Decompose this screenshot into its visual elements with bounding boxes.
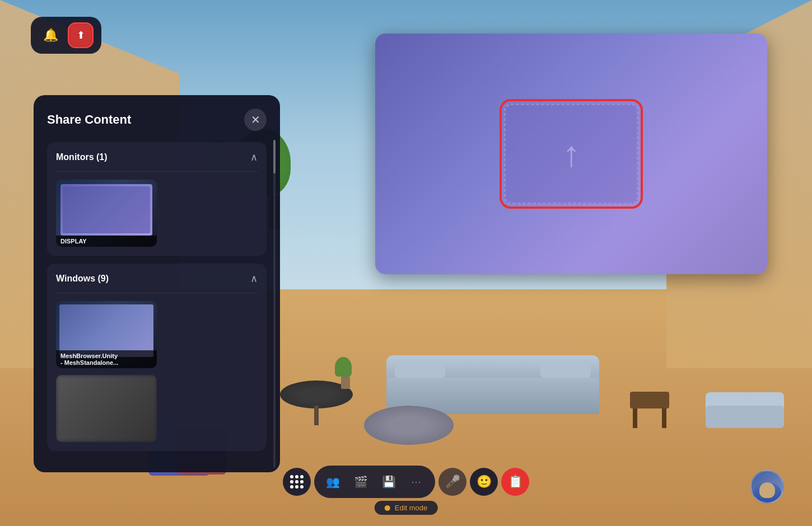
bottom-toolbar: 👥 🎬 💾 ··· 🎤 🙂 📋 — [283, 466, 529, 498]
monitors-divider — [56, 171, 258, 172]
edit-mode-label: Edit mode — [395, 504, 428, 512]
share-panel-header: Share Content ✕ — [47, 109, 267, 131]
monitor-screen-preview — [60, 184, 152, 236]
windows-section-header[interactable]: Windows (9) ∧ — [56, 273, 258, 285]
upload-zone[interactable]: ↑ — [504, 104, 638, 204]
windows-section: Windows (9) ∧ MeshBrowser.Unity- MeshSta… — [47, 264, 267, 451]
couch-small — [706, 394, 784, 428]
share-button-active[interactable]: ⬆ — [68, 22, 94, 48]
more-icon: ··· — [412, 477, 422, 486]
windows-thumbnails: MeshBrowser.Unity- MeshStandalone... — [56, 301, 258, 442]
emoji-button[interactable]: 🙂 — [470, 468, 498, 496]
window-thumbnail-image-2 — [56, 375, 157, 442]
windows-divider — [56, 293, 258, 293]
monitors-chevron-icon: ∧ — [250, 151, 258, 163]
panel-scrollbar-thumb — [273, 140, 276, 173]
close-icon: ✕ — [251, 113, 260, 126]
notification-icon: 🔔 — [43, 28, 58, 43]
monitors-section-title: Monitors (1) — [56, 152, 108, 162]
window-screen-preview-1 — [59, 304, 153, 357]
save-button[interactable]: 💾 — [376, 469, 402, 495]
share-icon: ⬆ — [77, 29, 85, 41]
virtual-screen: ↑ — [375, 34, 767, 274]
share-panel: Share Content ✕ Monitors (1) ∧ DISPLAY W… — [34, 95, 280, 472]
upload-arrow-icon: ↑ — [562, 136, 580, 172]
ottoman — [364, 406, 454, 445]
media-icon: 🎬 — [354, 475, 368, 489]
monitors-section-header[interactable]: Monitors (1) ∧ — [56, 151, 258, 163]
panel-scrollbar[interactable] — [273, 140, 276, 468]
side-table — [630, 392, 669, 428]
windows-section-title: Windows (9) — [56, 274, 109, 284]
window-thumbnail-2[interactable] — [56, 375, 157, 442]
share-panel-title: Share Content — [47, 112, 131, 127]
user-avatar[interactable] — [750, 470, 784, 504]
top-toolbar: 🔔 ⬆ — [31, 17, 101, 54]
more-button[interactable]: ··· — [404, 469, 430, 495]
plant — [339, 365, 352, 389]
edit-mode-badge: Edit mode — [375, 501, 438, 515]
edit-mode-indicator — [385, 505, 390, 511]
mute-button[interactable]: 🎤 — [438, 468, 466, 496]
close-button[interactable]: ✕ — [244, 109, 267, 131]
emoji-icon: 🙂 — [477, 475, 492, 489]
notification-button[interactable]: 🔔 — [39, 24, 62, 47]
bottom-toolbar-group: 👥 🎬 💾 ··· — [314, 466, 435, 498]
media-button[interactable]: 🎬 — [348, 469, 374, 495]
monitors-thumbnails: DISPLAY — [56, 180, 258, 247]
mute-icon: 🎤 — [445, 475, 460, 489]
monitor-thumbnail-label: DISPLAY — [56, 236, 157, 247]
window-thumbnail-1[interactable]: MeshBrowser.Unity- MeshStandalone... — [56, 301, 157, 368]
apps-grid-icon — [290, 475, 304, 489]
participants-icon: 👥 — [326, 475, 340, 489]
share-button-inner: ⬆ — [71, 25, 91, 45]
monitor-thumbnail-1[interactable]: DISPLAY — [56, 180, 157, 247]
windows-chevron-icon: ∧ — [250, 273, 258, 285]
share-active-button[interactable]: 📋 — [501, 468, 529, 496]
save-icon: 💾 — [382, 475, 396, 489]
participants-button[interactable]: 👥 — [320, 469, 346, 495]
share-active-icon: 📋 — [508, 475, 523, 489]
window-thumbnail-label-1: MeshBrowser.Unity- MeshStandalone... — [56, 350, 157, 368]
avatar-head — [759, 482, 775, 498]
apps-button[interactable] — [283, 468, 311, 496]
monitors-section: Monitors (1) ∧ DISPLAY — [47, 142, 267, 256]
